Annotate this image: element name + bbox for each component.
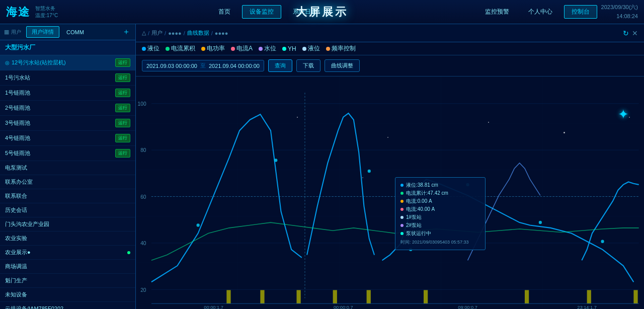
breadcrumb-curve[interactable]: 曲线数据: [187, 29, 209, 37]
nav-device-monitor[interactable]: 设备监控: [242, 5, 281, 19]
legend-label-yh: YH: [288, 45, 296, 52]
breadcrumb-home[interactable]: △: [142, 30, 146, 36]
sidebar-section-agri-display[interactable]: 农业展示●: [0, 246, 135, 260]
nav-control[interactable]: 控制台: [564, 5, 597, 19]
svg-point-27: [539, 221, 542, 224]
nav-home[interactable]: 首页: [211, 5, 238, 19]
sidebar-item-6[interactable]: 5号链雨池 运行: [0, 146, 135, 161]
sidebar-tab-comm[interactable]: COMM: [61, 28, 89, 37]
breadcrumb: △ / 用户 / ●●●● / 曲线数据 / ●●●●: [142, 29, 228, 37]
legend-label-power: 电功率: [207, 44, 225, 53]
legend-yh: YH: [282, 45, 296, 52]
breadcrumb-comm: ●●●●: [215, 30, 228, 36]
tooltip-time: 时间: 2021/09/03095403 05:57:33: [400, 239, 480, 246]
sidebar-item-4[interactable]: 3号链雨池 运行: [0, 116, 135, 131]
item-label-3: 2号链雨池: [5, 104, 113, 112]
header-nav-right: 监控预警 个人中心 控制台 2023/09/30(六) 14:08:24: [477, 3, 638, 21]
svg-text:00:00:0.7: 00:00:0.7: [334, 304, 353, 309]
section-label-unknown: 未知设备: [5, 291, 130, 298]
item-label-0: 12号污水站(站控层机): [12, 59, 113, 66]
logo-area: 海途 智慧水务 温度:17°C: [6, 5, 58, 20]
sidebar-section-unknown[interactable]: 未知设备: [0, 288, 135, 302]
sidebar-section-water[interactable]: 大型污水厂: [0, 40, 135, 55]
sidebar-item-5[interactable]: 4号链雨池 运行: [0, 131, 135, 146]
section-label-union: 联系联合: [5, 192, 130, 200]
datetime: 2023/09/30(六) 14:08:24: [601, 3, 638, 21]
sidebar-item-1[interactable]: 1号污水站 运行: [0, 70, 135, 86]
sidebar-section-mall[interactable]: 商场调温: [0, 260, 135, 274]
sidebar-section-union[interactable]: 联系联合: [0, 189, 135, 203]
sidebar-section-agriculture[interactable]: 门头沟农业产业园: [0, 217, 135, 231]
legend-current-a: 电流A: [231, 44, 253, 53]
svg-rect-16: [333, 290, 337, 303]
legend-dot-liquid2: [302, 47, 306, 51]
section-label-mall: 商场调温: [5, 263, 130, 270]
nav-personal[interactable]: 个人中心: [521, 5, 560, 19]
svg-text:00:00:1.7: 00:00:1.7: [204, 304, 223, 309]
date-to[interactable]: 2021.09.04 00:00:00: [209, 63, 260, 69]
tooltip-dot-1: [400, 192, 404, 195]
tooltip-value-5: 2#泵站: [406, 222, 422, 229]
date-line1: 2023/09/30(六): [601, 3, 638, 12]
sidebar-section-electric[interactable]: 电泵测试: [0, 161, 135, 175]
legend-power: 电功率: [201, 44, 225, 53]
tooltip-value-2: 电流:0.00 A: [406, 198, 432, 205]
legend-label-freq: 频率控制: [332, 44, 356, 53]
svg-rect-18: [424, 290, 428, 303]
star-3: [488, 122, 489, 123]
sidebar-section-agri-exp[interactable]: 农业实验: [0, 231, 135, 246]
sidebar-item-3[interactable]: 2号链雨池 运行: [0, 101, 135, 116]
svg-text:23:14:1.7: 23:14:1.7: [577, 304, 597, 309]
tooltip-value-4: 1#泵站: [406, 214, 422, 221]
sidebar-item-2[interactable]: 1号链雨池 运行: [0, 86, 135, 101]
svg-rect-17: [367, 290, 371, 303]
refresh-icon[interactable]: ↻: [623, 29, 629, 37]
tooltip-row-5: 2#泵站: [400, 222, 480, 229]
sidebar-section-cloud[interactable]: 云提设备/IAM785F0202: [0, 302, 135, 309]
sidebar-add-button[interactable]: ＋: [121, 27, 131, 37]
legend-dot-power: [201, 47, 205, 51]
date-range-input[interactable]: 2021.09.03 00:00:00 至 2021.09.04 00:00:0…: [142, 60, 264, 71]
section-label-pump: 魁门生产: [5, 277, 130, 284]
svg-text:09:00:0.7: 09:00:0.7: [458, 304, 477, 309]
svg-text:40: 40: [140, 240, 146, 246]
svg-rect-19: [525, 290, 529, 303]
svg-point-24: [368, 170, 371, 173]
legend-water-level: 水位: [259, 44, 276, 53]
item-label-4: 3号链雨池: [5, 119, 113, 127]
legend-liquid: 液位: [142, 44, 159, 53]
query-button[interactable]: 查询: [268, 59, 292, 72]
sidebar-tabs: ▦ 用户 用户详情 COMM ＋: [0, 24, 135, 40]
sidebar: ▦ 用户 用户详情 COMM ＋ 大型污水厂 ◎ 12号污水站(站控层机) 运行…: [0, 24, 136, 309]
legend-dot-yh: [282, 47, 286, 51]
item-badge-4: 运行: [115, 119, 130, 127]
tooltip-row-0: 液位:38.81 cm: [400, 182, 480, 189]
close-icon[interactable]: ✕: [632, 29, 638, 37]
download-button[interactable]: 下载: [296, 59, 320, 72]
item-label-6: 5号链雨池: [5, 149, 113, 157]
header: 海途 智慧水务 温度:17°C 首页 设备监控 系统日志 大屏展示 监控预警 个…: [0, 0, 644, 24]
svg-point-28: [601, 240, 604, 243]
sidebar-section-history[interactable]: 历史会话: [0, 203, 135, 217]
sidebar-section-pump[interactable]: 魁门生产: [0, 274, 135, 288]
header-right-controls: ↻ ✕: [623, 29, 638, 37]
legend-current-acc: 电流累积: [166, 44, 195, 53]
legend-dot-current-acc: [166, 47, 170, 51]
svg-text:60: 60: [140, 194, 146, 200]
section-label-electric: 电泵测试: [5, 164, 130, 172]
curve-adjust-button[interactable]: 曲线调整: [325, 59, 360, 72]
svg-text:80: 80: [140, 147, 146, 153]
sidebar-tab-detail[interactable]: 用户详情: [26, 26, 59, 38]
tooltip-dot-3: [400, 208, 404, 211]
date-line2: 14:08:24: [601, 12, 638, 21]
tooltip-value-3: 电流:40.00 A: [406, 206, 435, 213]
sidebar-section-office[interactable]: 联系办公室: [0, 175, 135, 189]
section-label-agri-display: 农业展示●: [5, 249, 127, 256]
sidebar-item-0[interactable]: ◎ 12号污水站(站控层机) 运行: [0, 55, 135, 70]
tooltip-dot-6: [400, 232, 404, 235]
main-layout: ▦ 用户 用户详情 COMM ＋ 大型污水厂 ◎ 12号污水站(站控层机) 运行…: [0, 24, 644, 309]
date-from[interactable]: 2021.09.03 00:00:00: [146, 63, 197, 69]
breadcrumb-user[interactable]: 用户: [151, 29, 163, 37]
nav-monitor-warn[interactable]: 监控预警: [477, 5, 517, 19]
star-2: [387, 137, 388, 138]
